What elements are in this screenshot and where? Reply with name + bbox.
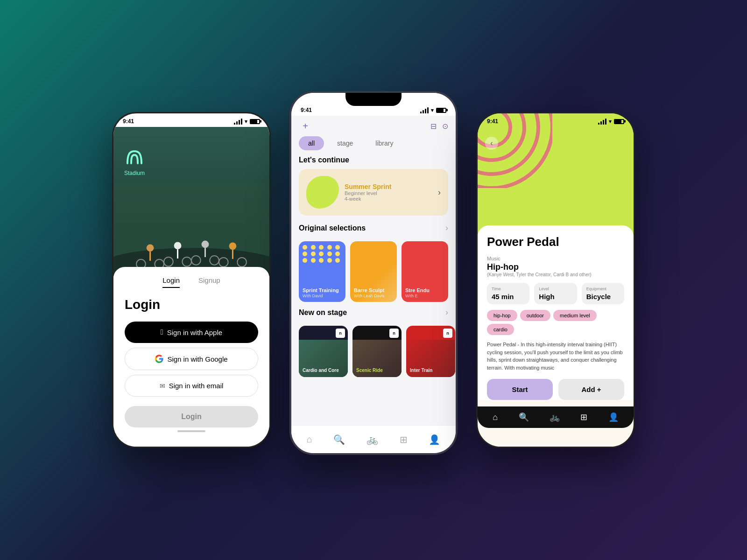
new-card-scenic[interactable]: n Scenic Ride bbox=[352, 326, 402, 377]
stat-level-value: High bbox=[539, 293, 572, 301]
wifi-icon-1: ▾ bbox=[245, 119, 247, 125]
p3-nav-search-icon[interactable]: 🔍 bbox=[519, 412, 529, 422]
stage-title: New on stage bbox=[299, 308, 347, 317]
card-strength[interactable]: Stre Endu With E bbox=[402, 241, 448, 302]
filter-icon[interactable]: ⊟ bbox=[430, 122, 437, 131]
status-bar-3: 9:41 ▾ bbox=[478, 113, 634, 127]
sign-in-email-button[interactable]: ✉ Sign in with email bbox=[125, 375, 258, 397]
p3-nav-grid-icon[interactable]: ⊞ bbox=[580, 412, 587, 422]
back-button[interactable]: ‹ bbox=[485, 137, 498, 150]
detail-hero: ‹ bbox=[478, 113, 634, 235]
n-logo-1: n bbox=[336, 329, 345, 338]
continue-name: Summer Sprint bbox=[345, 183, 441, 190]
action-buttons: Start Add + bbox=[487, 379, 624, 400]
tab-library[interactable]: library bbox=[366, 136, 402, 150]
detail-content: Power Pedal Music Hip-hop (Kanye West, T… bbox=[478, 225, 634, 400]
battery-icon-3 bbox=[614, 119, 624, 124]
bottom-nav-2: ⌂ 🔍 🚲 ⊞ 👤 bbox=[291, 425, 456, 453]
svg-point-6 bbox=[174, 242, 182, 250]
p3-nav-user-icon[interactable]: 👤 bbox=[608, 412, 619, 422]
nav-home-icon[interactable]: ⌂ bbox=[307, 434, 312, 445]
status-icons-3: ▾ bbox=[598, 119, 624, 125]
new-card-label-2: Inter Train bbox=[410, 368, 432, 373]
tag-outdoor[interactable]: outdoor bbox=[520, 310, 550, 321]
auth-tabs: Login Signup bbox=[125, 276, 258, 288]
sign-in-apple-button[interactable]:  Sign in with Apple bbox=[125, 322, 258, 343]
nav-bike-icon[interactable]: 🚲 bbox=[366, 434, 378, 445]
google-icon bbox=[155, 355, 163, 363]
continue-duration: 4-week bbox=[345, 196, 441, 202]
status-time-1: 9:41 bbox=[123, 118, 134, 125]
logo-text: Stadium bbox=[124, 170, 145, 176]
tag-medium-level[interactable]: medium level bbox=[553, 310, 597, 321]
status-time-3: 9:41 bbox=[487, 118, 498, 125]
selections-arrow-icon[interactable]: › bbox=[445, 223, 448, 233]
card-subtitle-1: With Leah Davis bbox=[354, 294, 393, 298]
cyclists-image bbox=[113, 183, 269, 276]
tab-stage[interactable]: stage bbox=[328, 136, 362, 150]
new-card-cardio[interactable]: n Cardio and Core bbox=[299, 326, 348, 377]
status-icons-2: ▾ bbox=[420, 107, 446, 113]
hero-image: Stadium bbox=[113, 127, 269, 276]
login-submit-button[interactable]: Login bbox=[125, 406, 258, 427]
battery-icon-1 bbox=[250, 119, 260, 124]
card-sprint-training[interactable]: Sprint Training With David bbox=[299, 241, 345, 302]
card-barre-sculpt[interactable]: Barre Sculpt With Leah Davis bbox=[350, 241, 397, 302]
logo-container: Stadium bbox=[123, 146, 146, 176]
stage-arrow-icon[interactable]: › bbox=[445, 308, 448, 317]
wifi-icon-3: ▾ bbox=[609, 119, 612, 125]
add-content-button[interactable]: + bbox=[299, 119, 312, 133]
signal-icon-1 bbox=[234, 119, 242, 125]
stat-equipment: Equipment Bicycle bbox=[582, 283, 624, 304]
nav-user-icon[interactable]: 👤 bbox=[429, 434, 440, 445]
workout-tags: hip-hop outdoor medium level cardio bbox=[487, 310, 624, 335]
signal-icon-2 bbox=[420, 107, 429, 113]
top-icons: ⊟ ⊙ bbox=[430, 122, 448, 131]
new-cards-row: n Cardio and Core n Scenic Ride n Inter … bbox=[291, 326, 456, 377]
hero-background bbox=[478, 113, 634, 235]
stat-equip-label: Equipment bbox=[586, 287, 620, 291]
stat-equip-value: Bicycle bbox=[586, 293, 620, 301]
continue-card-text: Summer Sprint Beginner level 4-week bbox=[345, 183, 441, 202]
stat-time: Time 45 min bbox=[487, 283, 529, 304]
signal-icon-3 bbox=[598, 119, 606, 125]
tab-all[interactable]: all bbox=[299, 136, 324, 150]
card-dots-decoration bbox=[299, 241, 345, 266]
stage-header: New on stage › bbox=[291, 308, 456, 322]
svg-point-14 bbox=[229, 243, 237, 250]
add-button[interactable]: Add + bbox=[558, 379, 624, 400]
tag-hiphop[interactable]: hip-hop bbox=[487, 310, 517, 321]
n-logo-3: n bbox=[443, 329, 452, 338]
continue-card[interactable]: Summer Sprint Beginner level 4-week › bbox=[299, 169, 448, 216]
continue-arrow-icon: › bbox=[438, 188, 441, 197]
tag-cardio[interactable]: cardio bbox=[487, 324, 514, 335]
logo-arch-icon bbox=[123, 146, 146, 169]
notch-2 bbox=[345, 93, 402, 106]
p3-nav-home-icon[interactable]: ⌂ bbox=[493, 413, 498, 422]
workout-description: Power Pedal - In this high-intensity int… bbox=[487, 341, 624, 371]
n-logo-2: n bbox=[389, 329, 399, 338]
card-subtitle-0: With David bbox=[303, 294, 342, 298]
home-action-bar: + ⊟ ⊙ bbox=[291, 116, 456, 136]
sign-in-google-button[interactable]: Sign in with Google bbox=[125, 348, 258, 370]
stat-level: Level High bbox=[534, 283, 577, 304]
nav-search-icon[interactable]: 🔍 bbox=[333, 434, 345, 445]
continue-level: Beginner level bbox=[345, 190, 441, 196]
card-subtitle-2: With E bbox=[405, 294, 444, 298]
green-blob-decoration bbox=[306, 176, 339, 209]
new-card-inter[interactable]: n Inter Train bbox=[406, 326, 455, 377]
tab-signup[interactable]: Signup bbox=[198, 276, 220, 288]
tab-login[interactable]: Login bbox=[162, 276, 180, 288]
nav-grid-icon[interactable]: ⊞ bbox=[400, 434, 408, 445]
phone-login: 9:41 ▾ Stadium bbox=[112, 112, 271, 448]
selections-title: Original selections bbox=[299, 224, 366, 232]
p3-nav-bike-icon[interactable]: 🚲 bbox=[550, 412, 560, 422]
wifi-icon-2: ▾ bbox=[431, 107, 434, 113]
music-type: Hip-hop bbox=[487, 262, 624, 272]
search-icon[interactable]: ⊙ bbox=[442, 122, 448, 131]
tab-row: all stage library bbox=[291, 136, 456, 156]
bottom-nav-3: ⌂ 🔍 🚲 ⊞ 👤 bbox=[478, 406, 634, 428]
workout-title: Power Pedal bbox=[487, 235, 624, 249]
bottom-indicator bbox=[177, 430, 205, 432]
start-button[interactable]: Start bbox=[487, 379, 553, 400]
